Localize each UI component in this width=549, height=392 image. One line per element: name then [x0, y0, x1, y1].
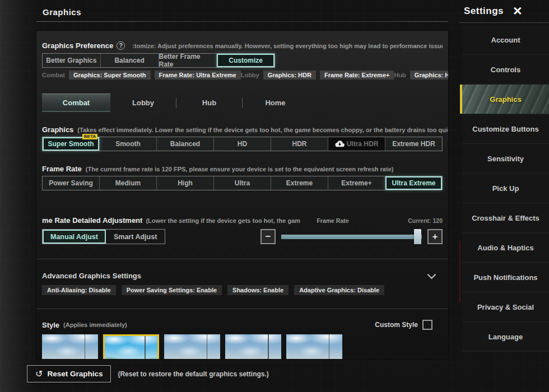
summary-hub: Hub Graphics: HD Frame Rate: High [394, 71, 448, 80]
sidebar-accent-line [459, 241, 460, 302]
detailed-adjustment-title: me Rate Detailed Adjustment [42, 216, 142, 225]
summary-lobby-label: Lobby [241, 72, 259, 78]
section-divider [36, 259, 448, 259]
style-thumbnail-1[interactable] [42, 334, 98, 359]
page-title: Graphics [43, 7, 81, 17]
preference-option-balanced[interactable]: Balanced [101, 54, 159, 67]
preference-options: Better Graphics Balanced Better Frame Ra… [42, 53, 275, 68]
frame-rate-option-power-saving[interactable]: Power Saving [43, 176, 100, 190]
sidebar-item-controls[interactable]: Controls [462, 55, 549, 85]
tag-shadows: Shadows: Enable [227, 285, 289, 295]
sidebar-item-crosshair-effects[interactable]: Crosshair & Effects [462, 203, 549, 233]
sidebar-item-customize-buttons[interactable]: Customize Buttons [462, 114, 549, 144]
tab-combat[interactable]: Combat [42, 94, 110, 112]
chevron-down-icon[interactable] [427, 270, 436, 279]
tag-power-saving: Power Saving Settings: Enable [122, 285, 222, 295]
style-thumbnails [42, 334, 443, 359]
settings-sidebar: Account Controls Graphics Customize Butt… [462, 25, 549, 352]
graphics-preference-title: Graphics Preference [42, 41, 113, 50]
graphics-quality-header: Graphics (Takes effect immediately. Lowe… [42, 125, 443, 134]
slider-minus-button[interactable]: − [260, 229, 276, 244]
advanced-settings-tags: Anti-Aliasing: Disable Power Saving Sett… [42, 285, 443, 295]
slider-labels: Frame Rate Current: 120 [317, 217, 443, 224]
custom-style-checkbox[interactable] [422, 320, 432, 330]
summary-hub-graphics-tag: Graphics: HD [410, 71, 448, 80]
close-icon[interactable]: ✕ [513, 5, 523, 17]
scene-tabs: Combat Lobby Hub Home [42, 94, 443, 112]
detailed-adjustment-row: Manual Adjust Smart Adjust − + [42, 229, 443, 244]
graphics-option-balanced[interactable]: Balanced [157, 137, 214, 151]
tab-lobby[interactable]: Lobby [110, 94, 176, 112]
graphics-option-extreme-hdr[interactable]: Extreme HDR [385, 137, 442, 151]
frame-rate-option-extreme-plus[interactable]: Extreme+ [328, 176, 385, 190]
tab-hub[interactable]: Hub [176, 94, 242, 112]
tag-anti-aliasing: Anti-Aliasing: Disable [42, 285, 116, 295]
style-thumbnail-3[interactable] [164, 334, 220, 359]
beta-badge: BETA [82, 134, 97, 139]
tab-home[interactable]: Home [243, 94, 308, 112]
cloud-download-icon [335, 140, 345, 148]
sidebar-item-pick-up[interactable]: Pick Up [462, 174, 549, 203]
slider-track-zone[interactable] [281, 229, 422, 244]
style-note: (Applies immediately) [63, 321, 127, 328]
frame-rate-options: Power Saving Medium High Ultra Extreme E… [42, 176, 443, 190]
sidebar-divider [459, 22, 549, 23]
summary-combat-framerate-tag: Frame Rate: Ultra Extreme [155, 71, 241, 80]
graphics-settings-panel: Graphics Preference ? :tomize: Adjust pr… [36, 31, 448, 359]
preference-option-better-frame-rate[interactable]: Better Frame Rate [159, 54, 217, 67]
reset-graphics-button[interactable]: ↻ Reset Graphics [27, 365, 111, 382]
summary-lobby: Lobby Graphics: HDR Frame Rate: Extreme+ [241, 71, 394, 80]
sidebar-item-audio-haptics[interactable]: Audio & Haptics [462, 233, 549, 263]
graphics-preference-note: :tomize: Adjust preferences manually. Ho… [132, 43, 443, 49]
graphics-option-smooth[interactable]: Smooth [100, 137, 157, 151]
slider-thumb[interactable] [414, 229, 421, 244]
style-thumbnail-5[interactable] [286, 334, 342, 359]
sidebar-item-sensitivity[interactable]: Sensitivity [462, 144, 549, 174]
advanced-settings-header[interactable]: Advanced Graphics Settings [42, 272, 443, 280]
reset-caption: (Reset to restore the default graphics s… [118, 370, 268, 378]
summary-hub-label: Hub [394, 72, 406, 78]
graphics-option-hdr[interactable]: HDR [271, 137, 328, 151]
slider-frame-rate-label: Frame Rate [317, 217, 348, 224]
sidebar-item-privacy-social[interactable]: Privacy & Social [462, 292, 549, 322]
tag-adaptive-graphics: Adaptive Graphics: Disable [294, 285, 384, 295]
summary-combat-graphics-tag: Graphics: Super Smooth [69, 71, 151, 80]
graphics-option-super-smooth[interactable]: Super Smooth BETA [43, 137, 100, 151]
advanced-settings-title: Advanced Graphics Settings [42, 272, 141, 280]
preference-option-better-graphics[interactable]: Better Graphics [43, 54, 101, 67]
graphics-quality-title: Graphics [42, 125, 73, 134]
help-icon[interactable]: ? [117, 41, 125, 50]
frame-rate-option-ultra[interactable]: Ultra [214, 176, 271, 190]
graphics-preference-header: Graphics Preference ? :tomize: Adjust pr… [42, 41, 443, 50]
custom-style-label: Custom Style [375, 321, 418, 329]
sidebar-item-language[interactable]: Language [462, 322, 549, 352]
frame-rate-option-medium[interactable]: Medium [100, 176, 157, 190]
graphics-option-label: Super Smooth [48, 140, 94, 148]
graphics-option-ultra-hdr[interactable]: Ultra HDR [328, 137, 385, 151]
reset-row: ↻ Reset Graphics (Reset to restore the d… [27, 365, 269, 382]
detailed-adjustment-note: (Lower the setting if the device gets to… [146, 217, 317, 224]
graphics-quality-options: Super Smooth BETA Smooth Balanced HD HDR… [42, 137, 443, 151]
style-thumbnail-2-selected[interactable] [103, 334, 159, 359]
slider-track [281, 235, 422, 239]
preference-summary: Combat Graphics: Super Smooth Frame Rate… [42, 71, 443, 80]
summary-lobby-framerate-tag: Frame Rate: Extreme+ [320, 71, 394, 80]
smart-adjust-button[interactable]: Smart Adjust [106, 230, 165, 244]
sidebar-item-graphics[interactable]: Graphics [462, 85, 549, 114]
graphics-option-hd[interactable]: HD [214, 137, 271, 151]
summary-lobby-graphics-tag: Graphics: HDR [263, 71, 316, 80]
slider-current-value: Current: 120 [408, 217, 443, 224]
frame-rate-option-extreme[interactable]: Extreme [271, 176, 328, 190]
frame-rate-slider: − + [260, 229, 443, 244]
adjust-mode-group: Manual Adjust Smart Adjust [42, 229, 165, 244]
sidebar-item-push-notifications[interactable]: Push Notifications [462, 263, 549, 292]
summary-combat: Combat Graphics: Super Smooth Frame Rate… [42, 71, 241, 80]
manual-adjust-button[interactable]: Manual Adjust [43, 230, 106, 244]
frame-rate-option-ultra-extreme[interactable]: Ultra Extreme [385, 176, 442, 190]
frame-rate-option-high[interactable]: High [157, 176, 214, 190]
sidebar-item-account[interactable]: Account [462, 25, 549, 55]
preference-option-customize[interactable]: Customize [217, 54, 274, 67]
section-divider [36, 309, 448, 309]
slider-plus-button[interactable]: + [427, 229, 443, 244]
style-thumbnail-4[interactable] [225, 334, 281, 359]
